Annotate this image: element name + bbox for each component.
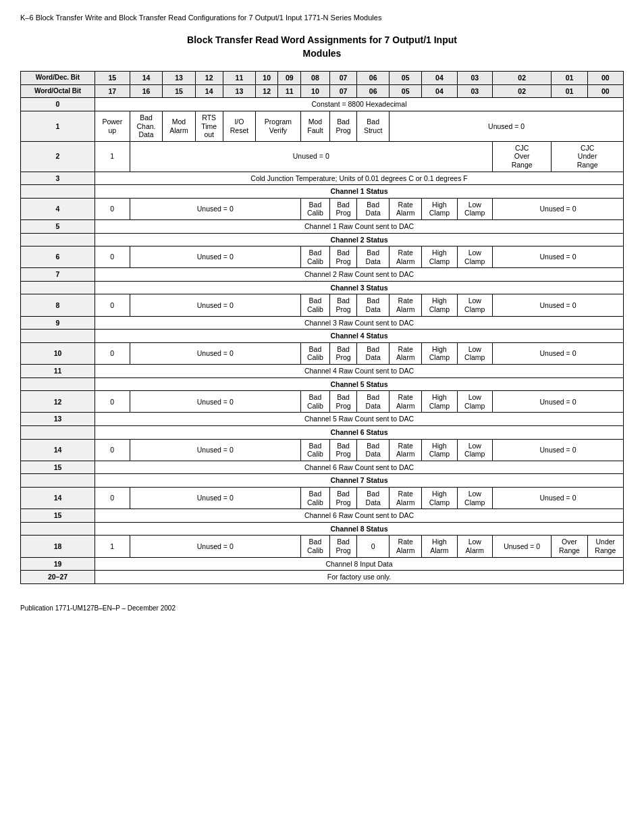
table-row: 1PowerupBadChan.DataModAlarmRTSTimeoutI/… bbox=[21, 111, 624, 141]
data-cell: 0 bbox=[95, 246, 130, 268]
data-cell: HighClamp bbox=[422, 342, 457, 364]
table-row: Channel 2 Status bbox=[21, 233, 624, 246]
table-row: 13Channel 5 Raw Count sent to DAC bbox=[21, 413, 624, 426]
table-row: 5Channel 1 Raw Count sent to DAC bbox=[21, 219, 624, 233]
col-dec-12: 12 bbox=[195, 72, 223, 85]
data-cell: BadProg bbox=[329, 536, 356, 557]
data-cell: BadProg bbox=[329, 439, 356, 461]
data-cell: BadData bbox=[357, 391, 390, 413]
row-word bbox=[21, 330, 95, 343]
data-cell: Channel 6 Raw Count sent to DAC bbox=[95, 509, 624, 523]
data-cell: HighClamp bbox=[422, 487, 457, 509]
data-cell: BadChan.Data bbox=[130, 111, 163, 141]
data-cell: BadProg bbox=[329, 487, 356, 509]
data-cell: BadCalib bbox=[301, 487, 330, 509]
data-cell: 0 bbox=[95, 294, 130, 316]
col-oct-06: 06 bbox=[357, 84, 390, 98]
section-header-cell: Channel 2 Status bbox=[95, 233, 624, 246]
data-cell: 0 bbox=[95, 487, 130, 509]
data-cell: BadData bbox=[357, 487, 390, 509]
data-cell: HighClamp bbox=[422, 294, 457, 316]
data-cell: UnderRange bbox=[587, 536, 623, 557]
table-row: 15Channel 6 Raw Count sent to DAC bbox=[21, 461, 624, 474]
col-oct-04: 04 bbox=[422, 84, 457, 98]
table-row: 0Constant = 8800 Hexadecimal bbox=[21, 98, 624, 111]
data-cell: Unused = 0 bbox=[130, 439, 300, 461]
data-cell: BadCalib bbox=[301, 536, 330, 557]
data-cell: RateAlarm bbox=[390, 342, 422, 364]
table-row: Channel 3 Status bbox=[21, 281, 624, 294]
data-cell: RateAlarm bbox=[390, 487, 422, 509]
data-cell: RateAlarm bbox=[390, 246, 422, 268]
row-word: 2 bbox=[21, 141, 95, 172]
row-word: 11 bbox=[21, 365, 95, 378]
col-oct-02: 02 bbox=[492, 84, 551, 98]
col-dec-14: 14 bbox=[130, 72, 163, 85]
row-word: 10 bbox=[21, 342, 95, 364]
col-dec-01: 01 bbox=[552, 72, 587, 85]
data-cell: CJCOverRange bbox=[492, 141, 551, 172]
row-word: 20–27 bbox=[21, 571, 95, 584]
data-cell: BadStruct bbox=[357, 111, 390, 141]
data-cell: Channel 1 Raw Count sent to DAC bbox=[95, 219, 624, 233]
data-cell: BadData bbox=[357, 294, 390, 316]
data-cell: 0 bbox=[95, 198, 130, 219]
col-dec-11: 11 bbox=[223, 72, 255, 85]
data-cell: LowClamp bbox=[457, 487, 492, 509]
data-cell: RateAlarm bbox=[390, 536, 422, 557]
col-dec-03: 03 bbox=[457, 72, 492, 85]
data-cell: Unused = 0 bbox=[492, 246, 623, 268]
table-row: Channel 5 Status bbox=[21, 377, 624, 391]
data-cell: BadCalib bbox=[301, 342, 330, 364]
data-cell: BadProg bbox=[329, 198, 356, 219]
row-word: 3 bbox=[21, 172, 95, 185]
col-dec-04: 04 bbox=[422, 72, 457, 85]
table-row: 181Unused = 0BadCalibBadProg0RateAlarmHi… bbox=[21, 536, 624, 557]
row-word bbox=[21, 377, 95, 391]
table-row: 140Unused = 0BadCalibBadProgBadDataRateA… bbox=[21, 439, 624, 461]
data-cell: HighClamp bbox=[422, 439, 457, 461]
table-row: 7Channel 2 Raw Count sent to DAC bbox=[21, 268, 624, 282]
page-header: K–6 Block Transfer Write and Block Trans… bbox=[20, 14, 624, 22]
data-cell: LowClamp bbox=[457, 342, 492, 364]
page-footer: Publication 1771-UM127B–EN–P – December … bbox=[20, 604, 624, 612]
table-row: 19Channel 8 Input Data bbox=[21, 557, 624, 571]
row-word: 14 bbox=[21, 439, 95, 461]
row-word: 15 bbox=[21, 509, 95, 523]
col-oct-00: 00 bbox=[587, 84, 623, 98]
col-header-oct-label: Word/Octal Bit bbox=[21, 84, 95, 98]
data-cell: Powerup bbox=[95, 111, 130, 141]
table-row: Channel 7 Status bbox=[21, 474, 624, 488]
data-cell: RateAlarm bbox=[390, 294, 422, 316]
data-cell: Unused = 0 bbox=[130, 294, 300, 316]
data-cell: BadProg bbox=[329, 246, 356, 268]
footer-text: Publication 1771-UM127B–EN–P – December … bbox=[20, 604, 176, 612]
row-word: 1 bbox=[21, 111, 95, 141]
section-header-cell: Channel 5 Status bbox=[95, 377, 624, 391]
row-word bbox=[21, 281, 95, 294]
col-dec-07: 07 bbox=[329, 72, 356, 85]
table-row: Channel 8 Status bbox=[21, 522, 624, 536]
data-cell: BadProg bbox=[329, 111, 356, 141]
table-row: 120Unused = 0BadCalibBadProgBadDataRateA… bbox=[21, 391, 624, 413]
row-word: 6 bbox=[21, 246, 95, 268]
data-cell: RateAlarm bbox=[390, 198, 422, 219]
data-cell: RTSTimeout bbox=[195, 111, 223, 141]
section-header-cell: Channel 6 Status bbox=[95, 426, 624, 440]
data-cell: CJCUnderRange bbox=[552, 141, 624, 172]
table-row: 21Unused = 0CJCOverRangeCJCUnderRange bbox=[21, 141, 624, 172]
row-word bbox=[21, 474, 95, 488]
data-cell: Channel 8 Input Data bbox=[95, 557, 624, 571]
title-line1: Block Transfer Read Word Assignments for… bbox=[187, 34, 457, 45]
table-row: Channel 1 Status bbox=[21, 185, 624, 199]
table-row: 40Unused = 0BadCalibBadProgBadDataRateAl… bbox=[21, 198, 624, 219]
data-cell: BadCalib bbox=[301, 246, 330, 268]
data-cell: 0 bbox=[357, 536, 390, 557]
table-row: 15Channel 6 Raw Count sent to DAC bbox=[21, 509, 624, 523]
table-row: 60Unused = 0BadCalibBadProgBadDataRateAl… bbox=[21, 246, 624, 268]
data-cell: LowClamp bbox=[457, 198, 492, 219]
data-cell: RateAlarm bbox=[390, 439, 422, 461]
data-cell: LowClamp bbox=[457, 391, 492, 413]
data-cell: BadProg bbox=[329, 294, 356, 316]
col-oct-10: 10 bbox=[301, 84, 330, 98]
